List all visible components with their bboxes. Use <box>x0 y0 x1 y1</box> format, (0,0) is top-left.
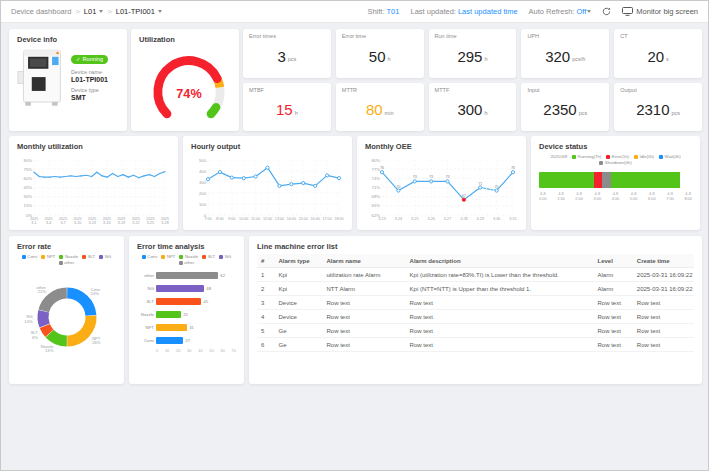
table-row: 2KpiNTT AlarmKpi (NTT=NTT) is Upper than… <box>257 282 694 296</box>
hbar-bar <box>156 285 204 292</box>
hbar-row: Nozzle25 <box>137 310 236 318</box>
svg-text:9:00: 9:00 <box>228 217 235 221</box>
line-chart-svg: 90%75%60%45%30%15%0%20253-120253-420253-… <box>17 154 170 226</box>
legend-item[interactable]: other <box>59 260 74 265</box>
legend-item[interactable]: Nozzle <box>179 254 198 259</box>
monitor-icon <box>622 7 633 16</box>
legend-item[interactable]: NPT <box>41 254 55 259</box>
kpi-unit: pcs <box>579 110 588 116</box>
hourly-output-chart: 50040030020010007:008:009:0010:0011:0012… <box>191 154 344 226</box>
legend-label: Nozzle <box>185 254 198 259</box>
table-header-row: #Alarm typeAlarm nameAlarm descriptionLe… <box>257 254 694 268</box>
svg-text:3-28: 3-28 <box>460 217 467 221</box>
kpi-unit: s <box>666 56 669 62</box>
legend-label: SLT <box>88 254 96 259</box>
legend-item[interactable]: Error(1h) <box>606 154 629 159</box>
kpi-unit: h <box>484 56 487 62</box>
axis-tick-label: 70 <box>232 348 236 353</box>
last-updated-value: Last updated time <box>458 7 518 16</box>
svg-text:20253-10: 20253-10 <box>74 217 82 225</box>
legend-item[interactable]: Idle(0h) <box>634 154 654 159</box>
legend-item[interactable]: Running(7h) <box>572 154 601 159</box>
svg-text:300: 300 <box>199 180 207 185</box>
hbar-value: 48 <box>206 286 211 291</box>
hbar-value: 31 <box>189 325 194 330</box>
legend-item[interactable]: NG <box>99 254 111 259</box>
auto-refresh-label: Auto Refresh: <box>529 7 575 16</box>
kpi-card: Run time295h <box>429 29 517 78</box>
breadcrumb-root[interactable]: Device dashboard <box>11 7 71 16</box>
auto-refresh-control[interactable]: Auto Refresh: Off <box>529 7 592 16</box>
panel-title: Error time analysis <box>137 242 236 251</box>
monitor-big-screen-button[interactable]: Monitor big screen <box>622 7 698 16</box>
legend-label: NG <box>225 254 231 259</box>
device-type-value: SMT <box>71 94 108 101</box>
legend-swatch <box>179 261 183 265</box>
kpi-value: 50 <box>369 48 386 65</box>
kpi-unit: pcs/h <box>572 56 585 62</box>
monthly-utilization-chart: 90%75%60%45%30%15%0%20253-120253-420253-… <box>17 154 170 226</box>
legend-label: Idle(0h) <box>639 154 654 159</box>
svg-text:7:00: 7:00 <box>204 217 211 221</box>
svg-text:20253-25: 20253-25 <box>146 217 154 225</box>
axis-tick-label: 4-85:00 <box>630 191 638 201</box>
axis-tick-label: 4-80:00 <box>539 191 547 201</box>
legend-item[interactable]: NPT <box>161 254 175 259</box>
table-cell: Kpi <box>274 282 322 296</box>
legend-label: Running(7h) <box>578 154 602 159</box>
svg-text:12:00: 12:00 <box>263 217 272 221</box>
svg-text:3-29: 3-29 <box>477 217 484 221</box>
legend-item[interactable]: Conv <box>142 254 158 259</box>
kpi-card: CT20s <box>614 29 702 78</box>
legend-item[interactable]: NG <box>219 254 231 259</box>
legend-item[interactable]: SLT <box>202 254 215 259</box>
legend-item[interactable]: Conv <box>22 254 38 259</box>
line-chart-svg: 80%77%74%71%68%65%62%3-233-243-253-263-2… <box>365 154 518 226</box>
status-x-axis: 4-80:004-81:004-82:004-83:004-84:004-85:… <box>539 191 692 201</box>
auto-refresh-value[interactable]: Off <box>576 7 586 16</box>
column-header: Alarm description <box>406 254 594 268</box>
refresh-icon <box>602 7 611 16</box>
hbar-category-label: Conv <box>137 338 154 343</box>
svg-text:70: 70 <box>495 185 499 189</box>
table-cell: Row text <box>323 338 406 352</box>
legend-label: Shutdown(0h) <box>605 160 632 165</box>
axis-tick-label: 30 <box>187 348 191 353</box>
error-list-panel: Line machine error list #Alarm typeAlarm… <box>249 236 702 384</box>
table-cell: Kpi (NTT=NTT) is Upper than the threshol… <box>406 282 594 296</box>
legend-item[interactable]: Nozzle <box>59 254 78 259</box>
kpi-value: 20 <box>647 48 664 65</box>
svg-text:20253-22: 20253-22 <box>132 217 140 225</box>
legend-item[interactable]: other <box>179 260 194 265</box>
kpi-value: 320 <box>545 48 570 65</box>
svg-text:30%: 30% <box>24 194 33 199</box>
hbar-row: NPT31 <box>137 323 236 331</box>
svg-text:13:00: 13:00 <box>275 217 284 221</box>
refresh-button[interactable] <box>602 7 611 16</box>
table-row: 3DeviceRow textRow textRow textRow text <box>257 296 694 310</box>
axis-tick-label: 4-83:00 <box>594 191 602 201</box>
line-selector[interactable]: L01 <box>84 7 104 16</box>
svg-text:68%: 68% <box>372 194 381 199</box>
legend-label: Nozzle <box>65 254 78 259</box>
device-selector[interactable]: L01-TPI001 <box>116 7 162 16</box>
status-segment-running <box>539 172 594 188</box>
table-cell: 2 <box>257 282 274 296</box>
legend-swatch <box>161 255 165 259</box>
legend-item[interactable]: Wait(0h) <box>659 154 681 159</box>
table-cell: NTT Alarm <box>323 282 406 296</box>
hbar-category-label: Nozzle <box>137 312 154 317</box>
hbar-row: NG48 <box>137 284 236 292</box>
svg-text:76: 76 <box>511 166 515 170</box>
legend-item[interactable]: Shutdown(0h) <box>599 160 631 165</box>
kpi-card: Error time50h <box>336 29 424 78</box>
status-badge-label: Running <box>83 56 104 62</box>
legend-item[interactable]: SLT <box>82 254 95 259</box>
hbar-category-label: NG <box>137 286 154 291</box>
monthly-oee-chart: 80%77%74%71%68%65%62%3-233-243-253-263-2… <box>365 154 518 226</box>
legend-swatch <box>634 155 638 159</box>
hbar-value: 25 <box>183 312 188 317</box>
table-cell: Kpi (utilization rate=83%.TI) is Lower t… <box>406 268 594 282</box>
legend-swatch <box>142 255 146 259</box>
shift-value[interactable]: T01 <box>387 7 400 16</box>
